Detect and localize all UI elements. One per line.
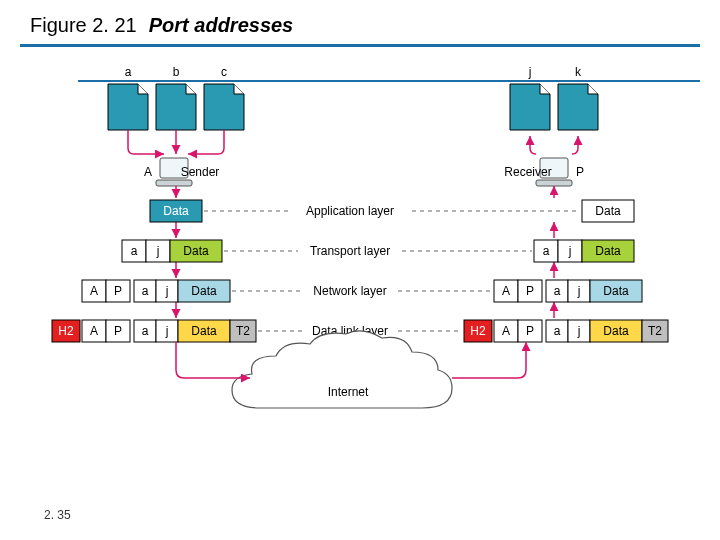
svg-text:P: P [526,284,534,298]
svg-text:a: a [554,324,561,338]
svg-text:Data: Data [191,324,217,338]
arrow-proc-a [128,130,164,154]
svg-text:A: A [90,324,98,338]
svg-text:Data: Data [603,284,629,298]
host-role-sender: Sender [181,165,220,179]
pdu-net-right: A P a j Data [494,280,642,302]
internet-cloud: Internet [232,331,452,408]
host-role-receiver: Receiver [504,165,551,179]
svg-text:j: j [156,244,160,258]
host-receiver: Receiver P [504,158,584,186]
pdu-trans-left: a j Data [122,240,222,262]
svg-text:Data: Data [191,284,217,298]
svg-text:P: P [114,284,122,298]
svg-text:j: j [165,324,169,338]
svg-text:a: a [554,284,561,298]
pdu-link-left: H2 A P a j Data T2 [52,320,256,342]
arrow-to-cloud-r [452,342,526,378]
svg-rect-3 [536,180,572,186]
svg-text:H2: H2 [470,324,486,338]
arrow-proc-j [530,136,536,154]
svg-text:A: A [502,324,510,338]
svg-text:a: a [131,244,138,258]
svg-text:Data: Data [183,244,209,258]
svg-text:P: P [526,324,534,338]
process-c: c [204,65,244,130]
process-k: k [558,65,598,130]
pdu-app-left: Data [150,200,202,222]
process-icons-right: j k [510,65,598,130]
host-sender: A Sender [144,158,219,186]
svg-text:j: j [577,324,581,338]
process-label: j [528,65,532,79]
pdu-trans-right: a j Data [534,240,634,262]
process-a: a [108,65,148,130]
svg-text:P: P [114,324,122,338]
svg-text:a: a [142,284,149,298]
svg-text:A: A [502,284,510,298]
process-icons-left: a b c [108,65,244,130]
arrow-proc-k [572,136,578,154]
process-b: b [156,65,196,130]
svg-text:T2: T2 [236,324,250,338]
process-label: c [221,65,227,79]
svg-text:H2: H2 [58,324,74,338]
svg-text:T2: T2 [648,324,662,338]
pdu-link-right: H2 A P a j Data T2 [464,320,668,342]
host-label-P: P [576,165,584,179]
svg-text:A: A [90,284,98,298]
svg-text:j: j [577,284,581,298]
pdu-app-right: Data [582,200,634,222]
svg-text:Data: Data [595,244,621,258]
svg-text:j: j [568,244,572,258]
arrow-to-cloud-l [176,342,250,378]
svg-text:Data: Data [595,204,621,218]
diagram-svg: a b c j k [0,0,720,540]
svg-rect-1 [156,180,192,186]
layer-transport: Transport layer [310,244,390,258]
layer-application: Application layer [306,204,394,218]
svg-text:a: a [543,244,550,258]
process-label: b [173,65,180,79]
arrow-proc-c [188,130,224,154]
process-label: a [125,65,132,79]
process-j: j [510,65,550,130]
layer-network: Network layer [313,284,386,298]
svg-text:j: j [165,284,169,298]
pdu-net-left: A P a j Data [82,280,230,302]
svg-text:a: a [142,324,149,338]
cloud-label: Internet [328,385,369,399]
svg-text:Data: Data [163,204,189,218]
host-label-A: A [144,165,152,179]
svg-text:Data: Data [603,324,629,338]
process-label: k [575,65,582,79]
